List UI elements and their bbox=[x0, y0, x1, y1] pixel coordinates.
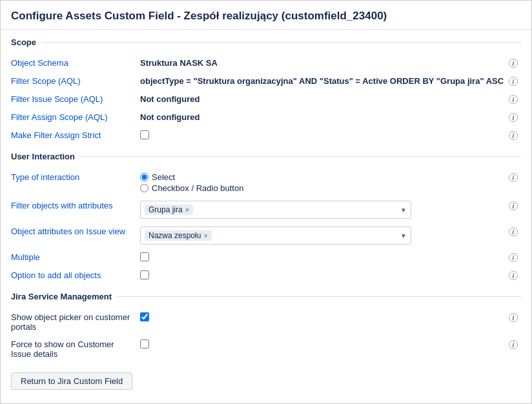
multiple-checkbox-container[interactable] bbox=[140, 252, 506, 261]
type-of-interaction-value: Select Checkbox / Radio button bbox=[140, 171, 506, 193]
multiple-value[interactable] bbox=[140, 251, 506, 261]
make-filter-assign-strict-row: Make Filter Assign Strict i bbox=[11, 126, 521, 144]
option-add-all-objects-checkbox[interactable] bbox=[140, 270, 149, 279]
show-object-picker-label: Show object picker on customer portals bbox=[11, 311, 140, 332]
filter-issue-scope-row: Filter Issue Scope (AQL) Not configured … bbox=[11, 90, 521, 108]
filter-objects-tag-container[interactable]: Grupa jira × ▼ bbox=[140, 201, 411, 219]
info-icon[interactable]: i bbox=[509, 59, 518, 68]
multiple-row: Multiple i bbox=[11, 248, 521, 266]
page-header: Configure Assets Custom Field - Zespół r… bbox=[1, 1, 531, 30]
option-add-all-objects-value[interactable] bbox=[140, 269, 506, 279]
type-of-interaction-row: Type of interaction Select Checkbox / Ra… bbox=[11, 168, 521, 196]
user-interaction-divider bbox=[80, 156, 521, 157]
make-filter-assign-strict-label: Make Filter Assign Strict bbox=[11, 129, 140, 140]
user-interaction-section-header: User Interaction bbox=[11, 152, 521, 161]
filter-objects-select-wrapper[interactable]: Grupa jira × ▼ bbox=[140, 201, 411, 219]
force-to-show-checkbox[interactable] bbox=[140, 339, 149, 348]
object-attributes-tag-nazwa-zespolu[interactable]: Nazwa zespołu × bbox=[145, 230, 212, 241]
object-schema-value: Struktura NASK SA bbox=[140, 57, 506, 68]
make-filter-assign-strict-info[interactable]: i bbox=[506, 129, 521, 140]
object-attributes-row: Object attributes on Issue view Nazwa ze… bbox=[11, 222, 521, 248]
object-attributes-label: Object attributes on Issue view bbox=[11, 225, 140, 236]
radio-select-text: Select bbox=[152, 172, 175, 182]
info-icon[interactable]: i bbox=[509, 271, 518, 280]
object-attributes-select-wrapper[interactable]: Nazwa zespołu × ▼ bbox=[140, 227, 411, 245]
show-object-picker-checkbox-container[interactable] bbox=[140, 312, 506, 321]
multiple-checkbox[interactable] bbox=[140, 252, 149, 261]
type-of-interaction-info[interactable]: i bbox=[506, 171, 521, 182]
object-attributes-value[interactable]: Nazwa zespołu × ▼ bbox=[140, 225, 506, 245]
info-icon[interactable]: i bbox=[509, 340, 518, 349]
filter-assign-scope-info[interactable]: i bbox=[506, 111, 521, 122]
show-object-picker-checkbox[interactable] bbox=[140, 312, 149, 321]
make-filter-assign-strict-checkbox[interactable] bbox=[140, 130, 149, 139]
multiple-label: Multiple bbox=[11, 251, 140, 262]
filter-issue-scope-info[interactable]: i bbox=[506, 93, 521, 104]
filter-objects-row: Filter objects with attributes Grupa jir… bbox=[11, 196, 521, 222]
jira-service-management-section-header: Jira Service Management bbox=[11, 292, 521, 301]
filter-objects-dropdown-arrow: ▼ bbox=[400, 207, 407, 214]
object-attributes-tag-container[interactable]: Nazwa zespołu × ▼ bbox=[140, 227, 411, 245]
info-icon[interactable]: i bbox=[509, 313, 518, 322]
filter-objects-tag-grp-jira-close[interactable]: × bbox=[185, 206, 189, 214]
filter-scope-label: Filter Scope (AQL) bbox=[11, 75, 140, 86]
object-schema-row: Object Schema Struktura NASK SA i bbox=[11, 54, 521, 72]
force-to-show-value[interactable] bbox=[140, 338, 506, 348]
radio-checkbox-label[interactable]: Checkbox / Radio button bbox=[140, 183, 506, 193]
filter-assign-scope-row: Filter Assign Scope (AQL) Not configured… bbox=[11, 108, 521, 126]
interaction-radio-group: Select Checkbox / Radio button bbox=[140, 172, 506, 193]
scope-section-header: Scope bbox=[11, 37, 521, 47]
scope-section-title: Scope bbox=[11, 37, 36, 47]
force-to-show-info[interactable]: i bbox=[506, 338, 521, 349]
object-attributes-dropdown-arrow: ▼ bbox=[400, 232, 407, 239]
radio-select[interactable] bbox=[140, 173, 148, 181]
info-icon[interactable]: i bbox=[509, 253, 518, 262]
info-icon[interactable]: i bbox=[509, 173, 518, 182]
filter-assign-scope-value: Not configured bbox=[140, 111, 506, 122]
option-add-all-objects-checkbox-container[interactable] bbox=[140, 270, 506, 279]
filter-issue-scope-label: Filter Issue Scope (AQL) bbox=[11, 93, 140, 104]
make-filter-assign-strict-value[interactable] bbox=[140, 129, 506, 139]
force-to-show-label: Force to show on Customer Issue details bbox=[11, 338, 140, 359]
filter-scope-value: objectType = "Struktura organizacyjna" A… bbox=[140, 75, 506, 86]
radio-select-label[interactable]: Select bbox=[140, 172, 506, 182]
scope-divider bbox=[41, 42, 521, 43]
option-add-all-objects-info[interactable]: i bbox=[506, 269, 521, 280]
filter-objects-label: Filter objects with attributes bbox=[11, 199, 140, 210]
return-to-jira-custom-field-button[interactable]: Return to Jira Custom Field bbox=[11, 372, 132, 390]
option-add-all-objects-row: Option to add all objects i bbox=[11, 266, 521, 284]
info-icon[interactable]: i bbox=[509, 227, 518, 236]
show-object-picker-value[interactable] bbox=[140, 311, 506, 321]
filter-scope-row: Filter Scope (AQL) objectType = "Struktu… bbox=[11, 72, 521, 90]
filter-assign-scope-label: Filter Assign Scope (AQL) bbox=[11, 111, 140, 122]
type-of-interaction-label: Type of interaction bbox=[11, 171, 140, 182]
filter-objects-value[interactable]: Grupa jira × ▼ bbox=[140, 199, 506, 219]
filter-objects-info[interactable]: i bbox=[506, 199, 521, 210]
page-title: Configure Assets Custom Field - Zespół r… bbox=[11, 10, 521, 23]
content: Scope Object Schema Struktura NASK SA i … bbox=[1, 30, 531, 398]
filter-objects-tag-grp-jira[interactable]: Grupa jira × bbox=[145, 205, 193, 215]
filter-scope-info[interactable]: i bbox=[506, 75, 521, 86]
object-attributes-tag-nazwa-label: Nazwa zespołu bbox=[148, 231, 201, 240]
filter-objects-tag-grp-jira-label: Grupa jira bbox=[148, 205, 183, 214]
info-icon[interactable]: i bbox=[509, 95, 518, 104]
option-add-all-objects-label: Option to add all objects bbox=[11, 269, 140, 280]
info-icon[interactable]: i bbox=[509, 131, 518, 140]
object-schema-label: Object Schema bbox=[11, 57, 140, 68]
object-schema-info[interactable]: i bbox=[506, 57, 521, 68]
force-to-show-checkbox-container[interactable] bbox=[140, 339, 506, 348]
jira-service-management-divider bbox=[117, 296, 521, 297]
user-interaction-section-title: User Interaction bbox=[11, 152, 75, 161]
object-attributes-info[interactable]: i bbox=[506, 225, 521, 236]
radio-checkbox-text: Checkbox / Radio button bbox=[152, 183, 243, 193]
info-icon[interactable]: i bbox=[509, 201, 518, 210]
object-attributes-tag-nazwa-close[interactable]: × bbox=[203, 232, 207, 239]
show-object-picker-row: Show object picker on customer portals i bbox=[11, 308, 521, 335]
multiple-info[interactable]: i bbox=[506, 251, 521, 262]
make-filter-assign-strict-checkbox-container[interactable] bbox=[140, 130, 506, 139]
force-to-show-row: Force to show on Customer Issue details … bbox=[11, 335, 521, 362]
radio-checkbox[interactable] bbox=[140, 184, 148, 192]
show-object-picker-info[interactable]: i bbox=[506, 311, 521, 322]
info-icon[interactable]: i bbox=[509, 77, 518, 86]
info-icon[interactable]: i bbox=[509, 113, 518, 122]
